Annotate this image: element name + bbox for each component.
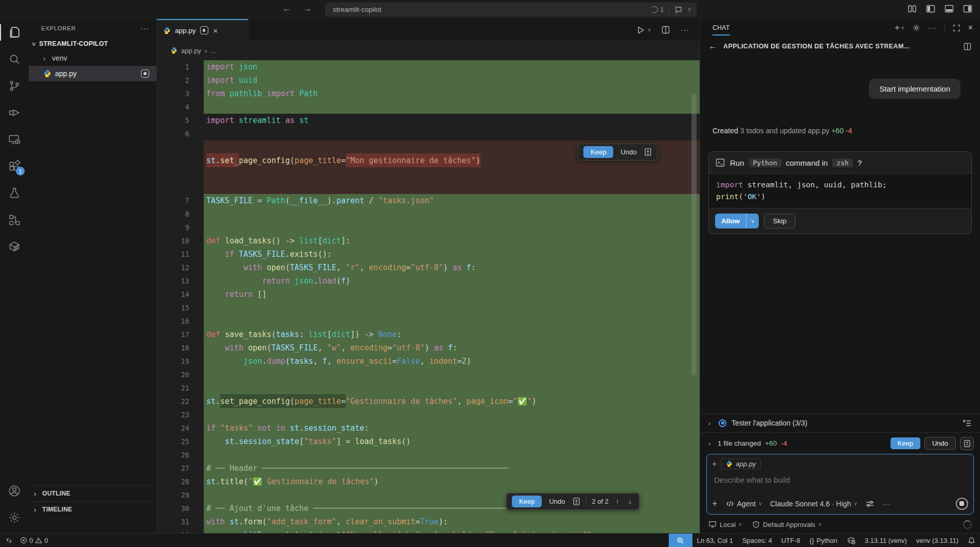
indentation[interactable]: Spaces: 4 bbox=[738, 534, 777, 547]
timeline-section[interactable]: › TIMELINE bbox=[29, 501, 156, 517]
code-row[interactable] bbox=[157, 181, 700, 194]
chevron-down-icon[interactable]: ˅ bbox=[688, 7, 691, 12]
keep-button[interactable]: Keep bbox=[512, 496, 542, 507]
diff-file-icon[interactable] bbox=[644, 148, 652, 156]
code-row[interactable]: 15 bbox=[157, 301, 700, 314]
chat-messages[interactable]: Start implementation Created 3 todos and… bbox=[700, 56, 980, 413]
pending-edit-badge-icon[interactable] bbox=[141, 69, 149, 78]
next-change-icon[interactable]: ↓ bbox=[626, 496, 634, 507]
back-icon[interactable]: ← bbox=[708, 41, 717, 51]
history-indicator[interactable]: 1 bbox=[651, 6, 664, 13]
pending-edit-badge-icon[interactable] bbox=[200, 26, 208, 34]
testing-icon[interactable] bbox=[0, 180, 29, 206]
chat-tab[interactable]: CHAT bbox=[712, 21, 730, 36]
todo-list-row[interactable]: › Tester l'application (3/3) bbox=[700, 413, 980, 432]
code-row[interactable]: 4 bbox=[157, 100, 700, 114]
code-row[interactable]: 13 return json.load(f) bbox=[157, 274, 700, 288]
code-row[interactable]: 14 return [] bbox=[157, 288, 700, 301]
breadcrumb-file[interactable]: app.py bbox=[181, 47, 201, 55]
remote-indicator-icon[interactable] bbox=[5, 537, 13, 544]
more-actions-icon[interactable]: ··· bbox=[681, 26, 689, 34]
code-row[interactable]: 9 bbox=[157, 221, 700, 234]
chat-input-placeholder[interactable]: Describe what to build bbox=[714, 475, 968, 484]
code-area[interactable]: 1import json2import uuid3from pathlib im… bbox=[157, 60, 700, 533]
run-debug-icon[interactable] bbox=[0, 99, 29, 126]
code-row[interactable]: 7TASKS_FILE = Path(__file__).parent / "t… bbox=[157, 194, 700, 207]
code-row[interactable]: 24if "tasks" not in st.session_state: bbox=[157, 421, 700, 435]
environment-picker[interactable]: Local ˅ bbox=[708, 520, 742, 528]
code-row[interactable] bbox=[157, 167, 700, 181]
view-diff-file-icon[interactable] bbox=[960, 437, 974, 450]
code-row[interactable]: 32 new_title = st.text_input("Nouvelle t… bbox=[157, 528, 700, 533]
toggle-secondary-sidebar-icon[interactable] bbox=[963, 4, 973, 14]
code-row[interactable]: 12 with open(TASKS_FILE, "r", encoding="… bbox=[157, 261, 700, 274]
copilot-icon[interactable] bbox=[842, 534, 860, 547]
container-icon[interactable] bbox=[0, 233, 29, 260]
forward-icon[interactable]: → bbox=[302, 3, 312, 14]
tools-sliders-icon[interactable] bbox=[865, 499, 875, 508]
close-tab-icon[interactable]: × bbox=[213, 26, 218, 35]
code-row[interactable]: 11 if TASKS_FILE.exists(): bbox=[157, 248, 700, 261]
command-code[interactable]: import streamlit, json, uuid, pathlib;pr… bbox=[709, 174, 971, 208]
undo-all-button[interactable]: Undo bbox=[924, 437, 956, 450]
tab-app-py[interactable]: app.py × bbox=[157, 19, 248, 41]
code-row[interactable]: 8 bbox=[157, 207, 700, 221]
add-context-icon[interactable]: + bbox=[712, 460, 717, 469]
search-icon[interactable] bbox=[0, 46, 29, 73]
code-row[interactable]: 31with st.form("add_task_form", clear_on… bbox=[157, 515, 700, 528]
previous-change-icon[interactable]: ↑ bbox=[614, 496, 621, 507]
code-row[interactable]: 5import streamlit as st bbox=[157, 114, 700, 127]
code-row[interactable]: 20 bbox=[157, 368, 700, 381]
breadcrumb[interactable]: app.py › ... bbox=[157, 41, 700, 60]
diff-file-icon[interactable] bbox=[572, 497, 581, 506]
code-row[interactable]: 18 with open(TASKS_FILE, "w", encoding="… bbox=[157, 341, 700, 355]
code-row[interactable]: 27# ── Header ──────────────────────────… bbox=[157, 462, 700, 475]
chat-settings-gear-icon[interactable] bbox=[912, 24, 920, 32]
tree-item-app-py[interactable]: app.py bbox=[29, 66, 156, 81]
explorer-icon[interactable] bbox=[0, 19, 29, 46]
code-row[interactable]: 6 bbox=[157, 127, 700, 140]
toggle-sidebar-icon[interactable] bbox=[925, 4, 936, 14]
more-actions-icon[interactable]: ··· bbox=[928, 24, 937, 32]
encoding[interactable]: UTF-8 bbox=[777, 534, 805, 547]
command-center[interactable]: streamlit-copilot 1 ˅ bbox=[325, 3, 697, 16]
chevron-down-icon[interactable]: ˅ bbox=[746, 215, 759, 227]
settings-gear-icon[interactable] bbox=[0, 504, 29, 531]
accounts-icon[interactable] bbox=[0, 478, 29, 504]
code-row[interactable]: 28st.title("✅ Gestionnaire de tâches") bbox=[157, 475, 700, 488]
code-row[interactable]: 21 bbox=[157, 381, 700, 395]
keep-button[interactable]: Keep bbox=[583, 146, 613, 158]
code-row[interactable]: 16 bbox=[157, 314, 700, 328]
stop-button[interactable] bbox=[956, 498, 968, 510]
close-panel-icon[interactable]: × bbox=[968, 23, 973, 32]
outline-section[interactable]: › OUTLINE bbox=[29, 485, 156, 501]
chat-input-box[interactable]: + app.py Describe what to build + Agent … bbox=[706, 454, 974, 515]
run-python-button[interactable]: ˅ bbox=[636, 26, 651, 34]
code-row[interactable]: 1import json bbox=[157, 60, 700, 74]
layout-columns-icon[interactable] bbox=[907, 4, 917, 14]
undo-button[interactable]: Undo bbox=[618, 146, 638, 158]
chat-history-icon[interactable] bbox=[674, 6, 683, 14]
breadcrumb-symbol[interactable]: ... bbox=[210, 47, 216, 55]
code-row[interactable]: 10def load_tasks() -> list[dict]: bbox=[157, 234, 700, 248]
mode-picker[interactable]: Agent ˅ bbox=[726, 500, 762, 508]
python-interpreter[interactable]: 3.13.11 (venv) bbox=[860, 534, 912, 547]
virtual-env[interactable]: venv (3.13.11) bbox=[912, 534, 963, 547]
open-in-editor-icon[interactable] bbox=[963, 42, 972, 51]
split-editor-icon[interactable] bbox=[661, 25, 670, 34]
extensions-icon[interactable]: 1 bbox=[0, 153, 29, 180]
code-row[interactable]: 2import uuid bbox=[157, 74, 700, 87]
keep-all-button[interactable]: Keep bbox=[890, 437, 920, 449]
project-root-row[interactable]: ˅ STREAMLIT-COPILOT bbox=[29, 37, 156, 50]
tree-item-venv[interactable]: › venv bbox=[29, 50, 156, 66]
language-mode[interactable]: {} Python bbox=[805, 534, 842, 547]
code-row[interactable]: 19 json.dump(tasks, f, ensure_ascii=Fals… bbox=[157, 355, 700, 368]
attach-icon[interactable]: + bbox=[712, 499, 718, 509]
zoom-indicator[interactable] bbox=[669, 534, 692, 547]
chevron-down-icon[interactable]: ˅ bbox=[648, 27, 651, 33]
code-row[interactable]: 3from pathlib import Path bbox=[157, 87, 700, 100]
source-control-icon[interactable] bbox=[0, 73, 29, 99]
code-row[interactable]: 25 st.session_state["tasks"] = load_task… bbox=[157, 435, 700, 448]
cursor-position[interactable]: Ln 63, Col 1 bbox=[692, 534, 738, 547]
notifications-bell-icon[interactable] bbox=[963, 534, 980, 547]
